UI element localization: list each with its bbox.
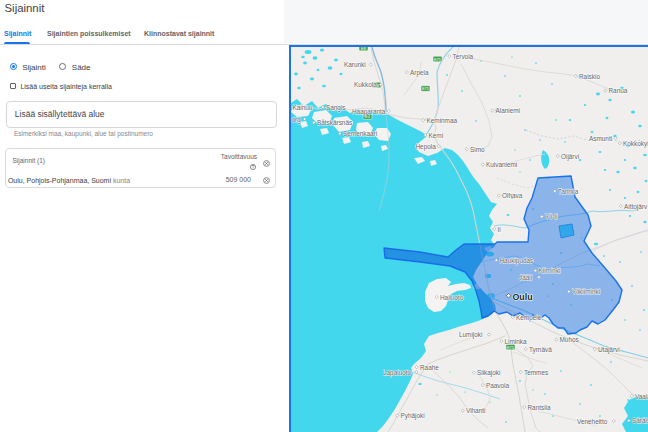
svg-text:Olhava: Olhava <box>502 192 523 199</box>
svg-text:Rantsila: Rantsila <box>528 404 552 411</box>
svg-text:Sangis: Sangis <box>326 104 346 112</box>
svg-text:Raiskio: Raiskio <box>579 73 600 80</box>
svg-text:Paavola: Paavola <box>486 382 510 389</box>
svg-text:Keminmaa: Keminmaa <box>427 117 458 124</box>
svg-text:E75: E75 <box>434 57 442 62</box>
svg-text:Muhos: Muhos <box>560 336 579 343</box>
svg-text:Alaniemi: Alaniemi <box>496 107 521 114</box>
svg-text:Temmes: Temmes <box>524 369 548 376</box>
svg-text:Kukkola: Kukkola <box>354 81 377 88</box>
svg-text:Semenkaari: Semenkaari <box>343 130 377 137</box>
svg-text:Kokkokylä: Kokkokylä <box>623 140 648 148</box>
svg-text:Arpela: Arpela <box>410 69 429 77</box>
svg-text:E75: E75 <box>422 86 430 91</box>
svg-text:Kainuu: Kainuu <box>293 104 313 111</box>
svg-text:Vihanti: Vihanti <box>466 407 485 414</box>
svg-text:Veneheitto: Veneheitto <box>577 418 608 425</box>
svg-text:Pyhäjoki: Pyhäjoki <box>401 412 425 420</box>
svg-text:Ranua: Ranua <box>609 87 628 94</box>
svg-text:Yli-Ii: Yli-Ii <box>545 213 557 220</box>
svg-text:Oulu: Oulu <box>513 292 533 302</box>
svg-text:Raahe: Raahe <box>420 364 439 371</box>
svg-text:E4: E4 <box>365 114 371 119</box>
svg-text:Haaparanta: Haaparanta <box>352 108 386 116</box>
svg-text:Lapaluoto: Lapaluoto <box>383 369 412 377</box>
svg-text:Karunki: Karunki <box>344 61 366 68</box>
svg-text:E75: E75 <box>507 345 515 350</box>
svg-text:Säräisn: Säräisn <box>632 417 648 424</box>
svg-text:Båtskärsnäs: Båtskärsnäs <box>317 119 352 126</box>
svg-text:Simo: Simo <box>470 146 485 153</box>
svg-text:Lumijoki: Lumijoki <box>459 331 482 339</box>
svg-text:Siikajoki: Siikajoki <box>477 369 500 377</box>
svg-text:Oijärvi: Oijärvi <box>561 153 579 161</box>
svg-text:Liminka: Liminka <box>505 338 527 345</box>
svg-text:Kiiminki: Kiiminki <box>539 267 561 274</box>
svg-text:Asmunti: Asmunti <box>589 135 612 142</box>
svg-text:Hailuoto: Hailuoto <box>440 294 464 301</box>
svg-text:Ii: Ii <box>498 226 501 233</box>
svg-text:Aittojärv: Aittojärv <box>624 203 648 211</box>
svg-text:Tannila: Tannila <box>558 188 579 195</box>
svg-text:borg: borg <box>291 116 301 124</box>
svg-text:Utajärvi: Utajärvi <box>598 346 620 354</box>
svg-text:Haukipudas: Haukipudas <box>500 257 534 265</box>
svg-text:Kuivaniemi: Kuivaniemi <box>486 161 517 168</box>
svg-text:Kemi: Kemi <box>429 132 444 139</box>
svg-text:Vaala: Vaala <box>635 393 648 400</box>
svg-text:Kempele: Kempele <box>516 314 542 322</box>
svg-text:Tyrnävä: Tyrnävä <box>529 346 552 354</box>
svg-text:Tervola: Tervola <box>453 53 474 60</box>
svg-text:E8: E8 <box>361 47 367 51</box>
svg-text:Hepola: Hepola <box>416 143 437 151</box>
svg-text:?: ? <box>251 164 254 170</box>
svg-text:Jääli: Jääli <box>519 274 532 281</box>
svg-text:Ylikiiminki: Ylikiiminki <box>572 288 600 295</box>
